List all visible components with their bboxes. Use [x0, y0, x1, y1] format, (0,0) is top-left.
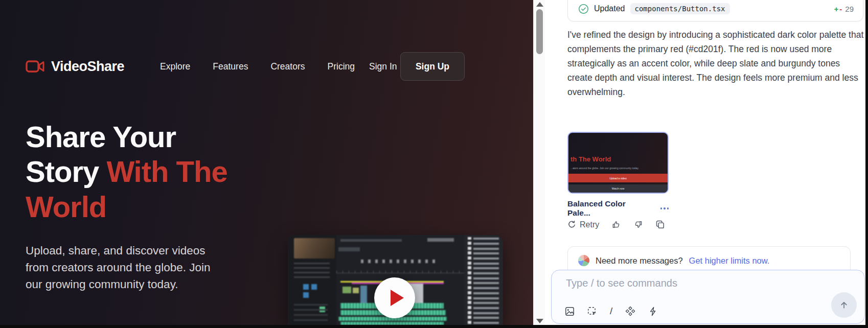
sign-up-button[interactable]: Sign Up	[400, 52, 465, 81]
brand-name: VideoShare	[51, 59, 124, 75]
site-preview-pane: VideoShare Explore Features Creators Pri…	[0, 0, 533, 325]
copy-button[interactable]	[655, 220, 665, 229]
diamonds-icon[interactable]	[625, 306, 635, 316]
play-button[interactable]	[374, 277, 415, 318]
brand-logo[interactable]: VideoShare	[26, 51, 124, 82]
retry-button[interactable]: Retry	[567, 220, 599, 229]
send-button[interactable]	[831, 292, 857, 318]
site-nav: Explore Features Creators Pricing	[160, 51, 355, 82]
refresh-icon	[567, 220, 576, 229]
artifact-title[interactable]: Balanced Color Pale...	[567, 199, 649, 218]
thumbs-down-button[interactable]	[633, 220, 643, 229]
composer: /	[551, 270, 865, 324]
message-actions: Retry	[567, 220, 665, 229]
nav-item-features[interactable]: Features	[213, 61, 248, 72]
nav-item-explore[interactable]: Explore	[160, 61, 190, 72]
select-cursor-icon[interactable]	[587, 307, 597, 316]
thumb-hero-heading: th The World	[570, 155, 611, 163]
diff-counts: + - 29	[834, 5, 854, 13]
play-icon	[391, 290, 404, 306]
scrollbar-down-arrow[interactable]	[536, 319, 543, 323]
hero-description: Upload, share, and discover videos from …	[26, 242, 226, 293]
thumb-primary-button: Upload a video	[568, 174, 668, 182]
lightning-icon[interactable]	[648, 307, 657, 316]
pinwheel-icon	[578, 255, 589, 266]
artifact-more-menu-icon[interactable]	[660, 207, 669, 209]
update-status-label: Updated	[594, 4, 625, 13]
video-camera-icon	[26, 59, 45, 74]
arrow-up-icon	[838, 299, 850, 311]
check-circle-icon	[578, 4, 589, 14]
diff-count: 29	[845, 5, 854, 13]
artifact-preview-thumbnail[interactable]: th The World ...ators around the globe. …	[567, 132, 669, 194]
limits-banner-text: Need more messages?	[596, 256, 683, 266]
file-update-card[interactable]: Updated components/Button.tsx + - 29	[567, 0, 863, 21]
nav-item-pricing[interactable]: Pricing	[328, 61, 355, 72]
assistant-message: I've refined the design by introducing a…	[567, 28, 865, 99]
chat-input[interactable]	[566, 277, 801, 295]
thumb-secondary-button: Watch now	[568, 184, 668, 193]
nav-item-creators[interactable]: Creators	[270, 61, 305, 72]
hero-title: Share Your Story With The World	[26, 120, 246, 224]
image-icon[interactable]	[565, 307, 575, 316]
get-higher-limits-link[interactable]: Get higher limits now.	[689, 256, 770, 266]
slash-command-icon[interactable]: /	[610, 306, 612, 317]
sign-in-link[interactable]: Sign In	[369, 51, 397, 82]
updated-file-chip: components/Button.tsx	[630, 3, 730, 14]
diff-plus: +	[834, 5, 839, 13]
scrollbar-thumb[interactable]	[536, 9, 543, 54]
thumb-hero-body: ...ators around the globe. Join our grow…	[570, 167, 639, 170]
preview-scrollbar[interactable]	[533, 0, 545, 325]
thumbs-up-button[interactable]	[611, 220, 621, 229]
chat-panel: Updated components/Button.tsx + - 29 I'v…	[545, 0, 865, 325]
composer-toolbar: /	[565, 306, 657, 317]
hero-video-thumbnail	[288, 235, 503, 325]
screenshot-root: VideoShare Explore Features Creators Pri…	[0, 0, 868, 328]
scrollbar-up-arrow[interactable]	[536, 2, 543, 7]
site-header: VideoShare Explore Features Creators Pri…	[0, 51, 533, 82]
artifact-block: th The World ...ators around the globe. …	[567, 132, 675, 218]
retry-label: Retry	[580, 220, 599, 229]
diff-minus: -	[839, 5, 842, 13]
